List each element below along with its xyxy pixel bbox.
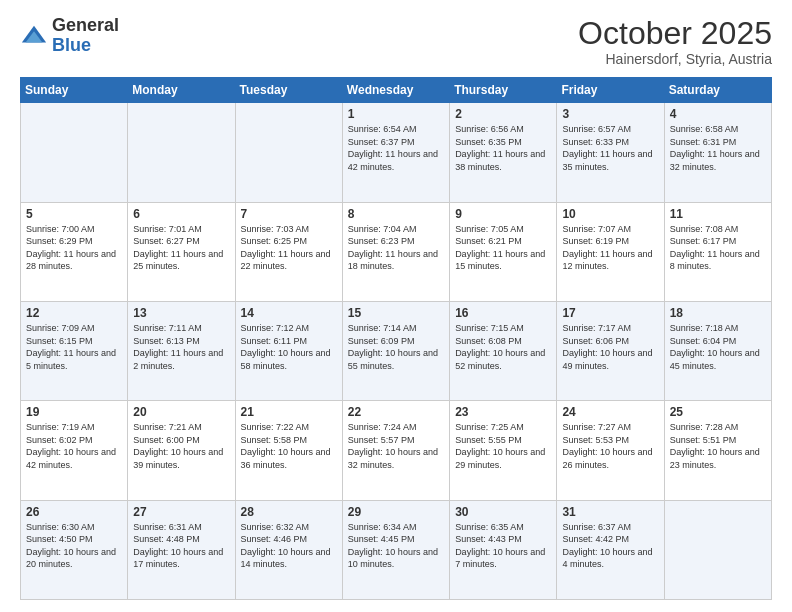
day-info: Sunrise: 7:04 AMSunset: 6:23 PMDaylight:… — [348, 223, 444, 273]
day-info: Sunrise: 7:27 AMSunset: 5:53 PMDaylight:… — [562, 421, 658, 471]
day-info: Sunrise: 7:17 AMSunset: 6:06 PMDaylight:… — [562, 322, 658, 372]
day-number: 27 — [133, 505, 229, 519]
day-number: 21 — [241, 405, 337, 419]
calendar-cell: 19Sunrise: 7:19 AMSunset: 6:02 PMDayligh… — [21, 401, 128, 500]
logo-general: General — [52, 16, 119, 36]
calendar-cell: 18Sunrise: 7:18 AMSunset: 6:04 PMDayligh… — [664, 301, 771, 400]
calendar-header-row: Sunday Monday Tuesday Wednesday Thursday… — [21, 78, 772, 103]
day-number: 25 — [670, 405, 766, 419]
col-sunday: Sunday — [21, 78, 128, 103]
day-info: Sunrise: 7:14 AMSunset: 6:09 PMDaylight:… — [348, 322, 444, 372]
calendar-cell: 23Sunrise: 7:25 AMSunset: 5:55 PMDayligh… — [450, 401, 557, 500]
col-friday: Friday — [557, 78, 664, 103]
day-number: 11 — [670, 207, 766, 221]
day-info: Sunrise: 7:24 AMSunset: 5:57 PMDaylight:… — [348, 421, 444, 471]
day-info: Sunrise: 6:58 AMSunset: 6:31 PMDaylight:… — [670, 123, 766, 173]
col-thursday: Thursday — [450, 78, 557, 103]
day-info: Sunrise: 7:12 AMSunset: 6:11 PMDaylight:… — [241, 322, 337, 372]
day-number: 2 — [455, 107, 551, 121]
calendar-cell: 25Sunrise: 7:28 AMSunset: 5:51 PMDayligh… — [664, 401, 771, 500]
day-number: 20 — [133, 405, 229, 419]
calendar-cell: 24Sunrise: 7:27 AMSunset: 5:53 PMDayligh… — [557, 401, 664, 500]
day-number: 7 — [241, 207, 337, 221]
day-info: Sunrise: 6:35 AMSunset: 4:43 PMDaylight:… — [455, 521, 551, 571]
calendar-cell: 4Sunrise: 6:58 AMSunset: 6:31 PMDaylight… — [664, 103, 771, 202]
location-subtitle: Hainersdorf, Styria, Austria — [578, 51, 772, 67]
calendar-cell: 28Sunrise: 6:32 AMSunset: 4:46 PMDayligh… — [235, 500, 342, 599]
day-number: 13 — [133, 306, 229, 320]
day-number: 10 — [562, 207, 658, 221]
day-number: 5 — [26, 207, 122, 221]
calendar-cell: 5Sunrise: 7:00 AMSunset: 6:29 PMDaylight… — [21, 202, 128, 301]
calendar-cell — [21, 103, 128, 202]
day-info: Sunrise: 7:11 AMSunset: 6:13 PMDaylight:… — [133, 322, 229, 372]
calendar-cell: 22Sunrise: 7:24 AMSunset: 5:57 PMDayligh… — [342, 401, 449, 500]
calendar-cell: 27Sunrise: 6:31 AMSunset: 4:48 PMDayligh… — [128, 500, 235, 599]
calendar-cell: 16Sunrise: 7:15 AMSunset: 6:08 PMDayligh… — [450, 301, 557, 400]
day-number: 24 — [562, 405, 658, 419]
col-saturday: Saturday — [664, 78, 771, 103]
calendar-cell: 30Sunrise: 6:35 AMSunset: 4:43 PMDayligh… — [450, 500, 557, 599]
logo-icon — [20, 22, 48, 50]
calendar-cell — [664, 500, 771, 599]
day-number: 4 — [670, 107, 766, 121]
header: General Blue October 2025 Hainersdorf, S… — [20, 16, 772, 67]
day-number: 6 — [133, 207, 229, 221]
day-number: 19 — [26, 405, 122, 419]
day-info: Sunrise: 7:15 AMSunset: 6:08 PMDaylight:… — [455, 322, 551, 372]
day-number: 1 — [348, 107, 444, 121]
calendar-cell: 2Sunrise: 6:56 AMSunset: 6:35 PMDaylight… — [450, 103, 557, 202]
calendar-cell: 13Sunrise: 7:11 AMSunset: 6:13 PMDayligh… — [128, 301, 235, 400]
calendar-cell: 21Sunrise: 7:22 AMSunset: 5:58 PMDayligh… — [235, 401, 342, 500]
day-info: Sunrise: 7:18 AMSunset: 6:04 PMDaylight:… — [670, 322, 766, 372]
day-info: Sunrise: 7:05 AMSunset: 6:21 PMDaylight:… — [455, 223, 551, 273]
calendar-cell: 12Sunrise: 7:09 AMSunset: 6:15 PMDayligh… — [21, 301, 128, 400]
day-number: 12 — [26, 306, 122, 320]
calendar-cell: 17Sunrise: 7:17 AMSunset: 6:06 PMDayligh… — [557, 301, 664, 400]
page: General Blue October 2025 Hainersdorf, S… — [0, 0, 792, 612]
day-number: 14 — [241, 306, 337, 320]
day-number: 9 — [455, 207, 551, 221]
calendar-cell: 9Sunrise: 7:05 AMSunset: 6:21 PMDaylight… — [450, 202, 557, 301]
calendar-cell: 29Sunrise: 6:34 AMSunset: 4:45 PMDayligh… — [342, 500, 449, 599]
calendar-week-row: 12Sunrise: 7:09 AMSunset: 6:15 PMDayligh… — [21, 301, 772, 400]
day-number: 23 — [455, 405, 551, 419]
day-info: Sunrise: 6:37 AMSunset: 4:42 PMDaylight:… — [562, 521, 658, 571]
calendar-cell: 10Sunrise: 7:07 AMSunset: 6:19 PMDayligh… — [557, 202, 664, 301]
calendar-week-row: 1Sunrise: 6:54 AMSunset: 6:37 PMDaylight… — [21, 103, 772, 202]
calendar-cell: 15Sunrise: 7:14 AMSunset: 6:09 PMDayligh… — [342, 301, 449, 400]
day-info: Sunrise: 7:03 AMSunset: 6:25 PMDaylight:… — [241, 223, 337, 273]
day-number: 30 — [455, 505, 551, 519]
day-number: 3 — [562, 107, 658, 121]
day-info: Sunrise: 7:01 AMSunset: 6:27 PMDaylight:… — [133, 223, 229, 273]
day-info: Sunrise: 6:56 AMSunset: 6:35 PMDaylight:… — [455, 123, 551, 173]
title-block: October 2025 Hainersdorf, Styria, Austri… — [578, 16, 772, 67]
calendar-week-row: 5Sunrise: 7:00 AMSunset: 6:29 PMDaylight… — [21, 202, 772, 301]
calendar-cell: 8Sunrise: 7:04 AMSunset: 6:23 PMDaylight… — [342, 202, 449, 301]
calendar-cell: 7Sunrise: 7:03 AMSunset: 6:25 PMDaylight… — [235, 202, 342, 301]
col-monday: Monday — [128, 78, 235, 103]
day-number: 29 — [348, 505, 444, 519]
calendar-week-row: 26Sunrise: 6:30 AMSunset: 4:50 PMDayligh… — [21, 500, 772, 599]
month-title: October 2025 — [578, 16, 772, 51]
day-info: Sunrise: 7:00 AMSunset: 6:29 PMDaylight:… — [26, 223, 122, 273]
day-info: Sunrise: 7:07 AMSunset: 6:19 PMDaylight:… — [562, 223, 658, 273]
day-number: 15 — [348, 306, 444, 320]
day-info: Sunrise: 7:28 AMSunset: 5:51 PMDaylight:… — [670, 421, 766, 471]
day-number: 22 — [348, 405, 444, 419]
col-wednesday: Wednesday — [342, 78, 449, 103]
day-info: Sunrise: 7:09 AMSunset: 6:15 PMDaylight:… — [26, 322, 122, 372]
day-info: Sunrise: 6:34 AMSunset: 4:45 PMDaylight:… — [348, 521, 444, 571]
day-info: Sunrise: 6:30 AMSunset: 4:50 PMDaylight:… — [26, 521, 122, 571]
day-info: Sunrise: 6:31 AMSunset: 4:48 PMDaylight:… — [133, 521, 229, 571]
calendar-cell: 20Sunrise: 7:21 AMSunset: 6:00 PMDayligh… — [128, 401, 235, 500]
day-info: Sunrise: 6:57 AMSunset: 6:33 PMDaylight:… — [562, 123, 658, 173]
day-number: 17 — [562, 306, 658, 320]
day-info: Sunrise: 7:21 AMSunset: 6:00 PMDaylight:… — [133, 421, 229, 471]
day-number: 16 — [455, 306, 551, 320]
calendar-cell: 31Sunrise: 6:37 AMSunset: 4:42 PMDayligh… — [557, 500, 664, 599]
day-info: Sunrise: 6:54 AMSunset: 6:37 PMDaylight:… — [348, 123, 444, 173]
calendar-week-row: 19Sunrise: 7:19 AMSunset: 6:02 PMDayligh… — [21, 401, 772, 500]
calendar-cell: 1Sunrise: 6:54 AMSunset: 6:37 PMDaylight… — [342, 103, 449, 202]
col-tuesday: Tuesday — [235, 78, 342, 103]
